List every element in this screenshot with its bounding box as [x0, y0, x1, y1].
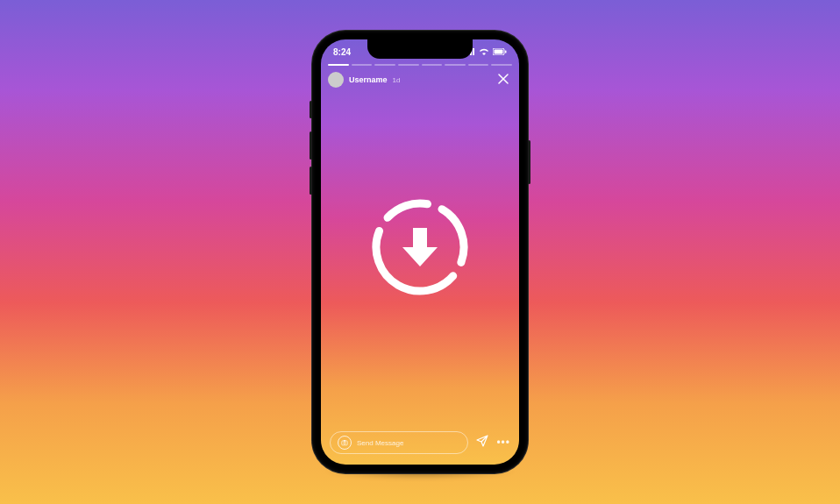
message-placeholder: Send Message: [357, 439, 403, 447]
phone-notch: [367, 39, 473, 59]
progress-segment: [374, 64, 395, 66]
progress-segment: [468, 64, 489, 66]
silence-switch: [310, 101, 312, 118]
status-time: 8:24: [333, 47, 351, 57]
more-icon: •••: [496, 437, 510, 449]
wifi-icon: [479, 48, 489, 55]
avatar[interactable]: [328, 72, 344, 88]
progress-segment: [398, 64, 419, 66]
story-footer: Send Message •••: [330, 431, 510, 454]
progress-segment: [422, 64, 443, 66]
progress-segment: [352, 64, 373, 66]
send-button[interactable]: [475, 434, 489, 451]
phone-screen: 8:24 Username 1d: [321, 39, 519, 465]
svg-rect-6: [344, 440, 345, 441]
phone-frame: 8:24 Username 1d: [312, 31, 528, 473]
story-progress-bar: [328, 64, 512, 66]
camera-button[interactable]: [338, 436, 352, 450]
progress-segment: [491, 64, 512, 66]
svg-point-5: [344, 442, 345, 444]
story-timestamp: 1d: [393, 76, 401, 84]
volume-down-button: [310, 167, 312, 195]
svg-rect-4: [342, 441, 347, 445]
volume-up-button: [310, 131, 312, 160]
message-input[interactable]: Send Message: [330, 431, 468, 454]
camera-icon: [341, 439, 348, 446]
username-label[interactable]: Username: [349, 75, 388, 84]
battery-icon: [493, 48, 507, 55]
progress-segment: [445, 64, 466, 66]
send-icon: [475, 434, 489, 448]
story-header: Username 1d: [328, 71, 512, 89]
progress-segment: [328, 64, 349, 66]
more-button[interactable]: •••: [496, 437, 510, 449]
download-story-icon: [367, 195, 473, 300]
close-icon: [498, 74, 509, 84]
power-button: [528, 140, 530, 184]
svg-rect-1: [495, 50, 503, 54]
close-button[interactable]: [495, 71, 512, 89]
svg-rect-2: [505, 51, 507, 53]
